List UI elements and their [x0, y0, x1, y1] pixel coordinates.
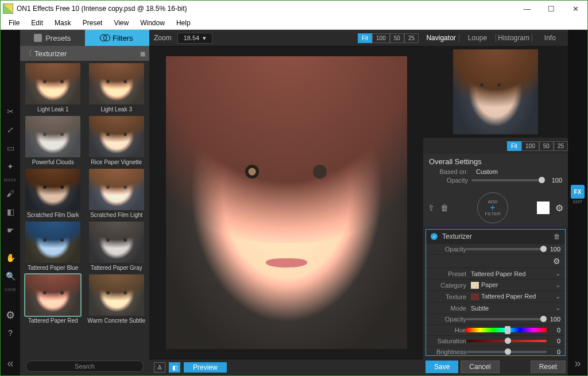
- navigator-zoom-buttons: Fit1005025: [507, 141, 568, 151]
- zoom-fit-button[interactable]: Fit: [507, 141, 521, 151]
- menu-help[interactable]: Help: [171, 18, 196, 28]
- preset-thumb[interactable]: Tattered Paper Gray: [87, 222, 146, 271]
- zoom-25-button[interactable]: 25: [554, 141, 568, 151]
- zoom-100-button[interactable]: 100: [521, 141, 539, 151]
- refine-tool-icon[interactable]: ☛: [3, 223, 17, 237]
- breadcrumb-label: Texturizer: [34, 49, 67, 58]
- gradient-tool-icon[interactable]: ◧: [3, 205, 17, 219]
- breadcrumb[interactable]: 〈 Texturizer ▦: [20, 46, 149, 61]
- tab-loupe[interactable]: Loupe: [459, 30, 495, 45]
- chevron-down-icon: ⌄: [555, 281, 560, 289]
- preset-thumb[interactable]: Light Leak 1: [24, 63, 83, 113]
- bug-tool-icon[interactable]: ✦: [3, 160, 17, 173]
- overall-gear-icon[interactable]: ⚙: [555, 203, 563, 214]
- collapse-left-icon[interactable]: «: [7, 356, 13, 370]
- export-icon[interactable]: ⇪: [428, 203, 435, 212]
- chevron-down-icon: ⌄: [555, 293, 560, 300]
- tab-filters[interactable]: Filters: [85, 30, 150, 46]
- save-button[interactable]: Save: [425, 361, 458, 373]
- menu-edit[interactable]: Edit: [25, 18, 49, 28]
- filter-gear-icon[interactable]: ⚙: [553, 257, 560, 266]
- preset-label: Tattered Paper Gray: [91, 265, 142, 271]
- tab-presets[interactable]: Presets: [20, 30, 85, 46]
- filter-texture-row[interactable]: TextureTattered Paper Red⌄: [426, 291, 565, 302]
- saturation-slider[interactable]: [466, 340, 547, 342]
- right-panel: NavigatorLoupeHistogramInfo Fit1005025 O…: [423, 30, 568, 375]
- filter-opacity2-slider[interactable]: [466, 318, 547, 320]
- zoom-fit-button[interactable]: Fit: [358, 33, 372, 43]
- collapse-right-icon[interactable]: »: [574, 356, 581, 370]
- mask-rect-icon[interactable]: ▭: [3, 141, 17, 155]
- fx-mode-label: EDIT: [573, 200, 582, 204]
- fx-mode-icon[interactable]: FX: [571, 185, 585, 199]
- preset-thumb[interactable]: Scratched Film Light: [87, 169, 146, 218]
- tab-histogram[interactable]: Histogram: [496, 30, 532, 45]
- zoom-level-buttons: Fit1005025: [358, 33, 419, 43]
- maximize-button[interactable]: ☐: [539, 1, 563, 17]
- preset-label: Tattered Paper Blue: [28, 265, 78, 271]
- preset-thumb[interactable]: Tattered Paper Red: [24, 274, 83, 324]
- zoom-50-button[interactable]: 50: [539, 141, 554, 151]
- menu-window[interactable]: Window: [134, 18, 171, 28]
- menu-file[interactable]: File: [3, 18, 25, 28]
- filter-texturizer: ✓ Texturizer 🗑 Opacity100 ⚙ PresetTatter…: [425, 229, 566, 356]
- minimize-button[interactable]: —: [515, 1, 539, 17]
- view-mode-a-icon[interactable]: A: [154, 362, 165, 373]
- brightness-slider[interactable]: [466, 351, 547, 353]
- zoom-dropdown[interactable]: 18.54▾: [177, 33, 213, 44]
- preset-thumb[interactable]: Warm Concrete Subtle: [87, 274, 146, 324]
- navigator-view[interactable]: [423, 46, 568, 138]
- mask-group-label: MASK: [4, 178, 17, 182]
- transform-tool-icon[interactable]: ⤢: [3, 123, 17, 137]
- chevron-down-icon: ⌄: [555, 270, 560, 277]
- filter-category-row[interactable]: CategoryPaper⌄: [426, 280, 565, 290]
- title-bar: ON1 Effects Free 10 (Intense copy.psd @ …: [1, 1, 587, 17]
- preset-thumb[interactable]: Light Leak 3: [87, 63, 146, 113]
- settings-gear-icon[interactable]: ⚙: [6, 309, 15, 321]
- zoom-100-button[interactable]: 100: [372, 33, 390, 43]
- overall-opacity-slider[interactable]: [471, 179, 545, 181]
- preset-thumb[interactable]: Tattered Paper Blue: [24, 222, 83, 271]
- zoom-25-button[interactable]: 25: [404, 33, 419, 43]
- help-icon[interactable]: ?: [3, 326, 17, 340]
- delete-icon[interactable]: 🗑: [440, 203, 448, 212]
- zoom-50-button[interactable]: 50: [390, 33, 404, 43]
- preset-label: Light Leak 3: [101, 106, 133, 113]
- menu-mask[interactable]: Mask: [49, 18, 77, 28]
- tab-navigator[interactable]: Navigator: [423, 30, 459, 45]
- filter-opacity-slider[interactable]: [466, 248, 547, 250]
- grid-view-icon[interactable]: ▦: [140, 51, 145, 57]
- color-swatch[interactable]: [537, 201, 550, 214]
- chevron-down-icon: ⌄: [555, 304, 560, 312]
- search-input[interactable]: Search: [26, 361, 144, 372]
- window-title: ON1 Effects Free 10 (Intense copy.psd @ …: [17, 5, 187, 13]
- filter-preset-row[interactable]: PresetTattered Paper Red⌄: [426, 268, 565, 279]
- brush-tool-icon[interactable]: 🖌: [3, 187, 17, 200]
- tab-info[interactable]: Info: [532, 30, 568, 45]
- pan-tool-icon[interactable]: ✋: [3, 251, 17, 265]
- close-button[interactable]: ✕: [563, 1, 587, 17]
- preset-thumb[interactable]: Powerful Clouds: [24, 116, 83, 165]
- filter-mode-row[interactable]: ModeSubtle⌄: [426, 303, 565, 313]
- cancel-button[interactable]: Cancel: [461, 361, 499, 373]
- preview-canvas[interactable]: [149, 46, 423, 359]
- filter-name: Texturizer: [442, 232, 472, 241]
- filters-icon: [101, 34, 109, 42]
- preset-thumb[interactable]: Rice Paper Vignette: [87, 116, 146, 165]
- menu-preset[interactable]: Preset: [77, 18, 109, 28]
- zoom-tool-icon[interactable]: 🔍: [3, 269, 17, 283]
- menu-view[interactable]: View: [108, 18, 134, 28]
- filter-enabled-toggle[interactable]: ✓: [431, 233, 438, 240]
- filter-delete-icon[interactable]: 🗑: [554, 232, 560, 241]
- back-chevron-icon[interactable]: 〈: [25, 48, 32, 59]
- crop-tool-icon[interactable]: ✂: [3, 104, 17, 118]
- add-filter-button[interactable]: ADD + FILTER: [477, 192, 508, 223]
- reset-button[interactable]: Reset: [531, 361, 566, 373]
- preview-button[interactable]: Preview: [184, 362, 227, 373]
- hue-slider[interactable]: [466, 328, 547, 332]
- view-group-label: VIEW: [5, 288, 16, 292]
- menu-bar: File Edit Mask Preset View Window Help: [1, 17, 587, 30]
- canvas-area: Zoom 18.54▾ Fit1005025 A ◧ Preview: [149, 30, 423, 375]
- view-mode-split-icon[interactable]: ◧: [169, 362, 180, 373]
- preset-thumb[interactable]: Scratched Film Dark: [24, 169, 83, 218]
